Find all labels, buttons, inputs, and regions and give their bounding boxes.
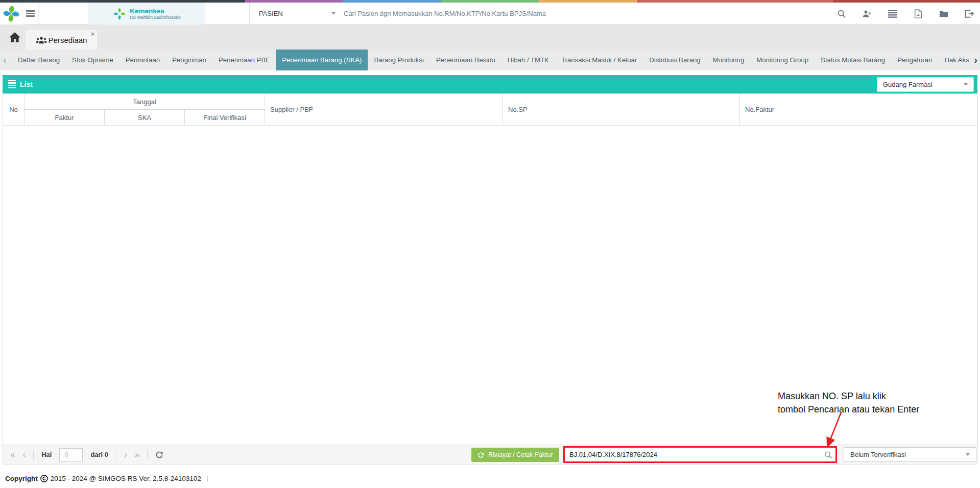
col-header-tanggal: Tanggal bbox=[25, 94, 265, 110]
kemenkes-brand: Kemenkes RS Wahidin Sudirohusodo bbox=[88, 3, 205, 25]
pager-divider bbox=[116, 450, 116, 460]
nav-tabs: Daftar BarangStok OpnamePermintaanPengir… bbox=[12, 50, 969, 70]
logout-icon[interactable] bbox=[964, 9, 974, 18]
nav-tab-stok-opname[interactable]: Stok Opname bbox=[66, 50, 119, 70]
verification-status-dropdown[interactable]: Belum Terverifikasi bbox=[844, 447, 976, 462]
chevron-down-icon bbox=[966, 453, 970, 456]
nav-scroll-right-icon[interactable]: › bbox=[974, 50, 977, 70]
warehouse-dropdown-label: Gudang Farmasi bbox=[883, 81, 933, 88]
nav-tab-barang-produksi[interactable]: Barang Produksi bbox=[368, 50, 430, 70]
simgos-app: Kemenkes RS Wahidin Sudirohusodo PASIEN bbox=[0, 0, 980, 488]
panel-title: List bbox=[20, 80, 33, 88]
refresh-icon[interactable] bbox=[155, 451, 163, 459]
panel-header: List Gudang Farmasi bbox=[3, 75, 977, 93]
sp-search-input[interactable] bbox=[565, 451, 821, 458]
prev-page-icon[interactable]: ‹ bbox=[22, 450, 26, 459]
instruction-line-1: Masukkan NO. SP lalu klik bbox=[778, 389, 919, 403]
verification-status-label: Belum Terverifikasi bbox=[850, 451, 906, 458]
module-navstrip: ‹ Daftar BarangStok OpnamePermintaanPeng… bbox=[0, 50, 980, 70]
sp-search-highlight-box bbox=[563, 446, 837, 463]
version-text: 2015 - 2024 @ SIMGOS RS Ver. 2.5.8-24103… bbox=[51, 475, 201, 482]
nav-tab-pengiriman[interactable]: Pengiriman bbox=[166, 50, 212, 70]
warehouse-dropdown[interactable]: Gudang Farmasi bbox=[877, 77, 974, 92]
col-header-no-sp: No.SP bbox=[503, 94, 740, 126]
module-dropdown-label: PASIEN bbox=[259, 10, 283, 17]
search-icon[interactable] bbox=[821, 451, 835, 459]
nav-tab-transaksi-masuk-keluar[interactable]: Transaksi Masuk / Keluar bbox=[555, 50, 643, 70]
tab-persediaan-label: Persediaan bbox=[49, 36, 87, 44]
col-header-no-faktur: No.Faktur bbox=[740, 94, 978, 126]
pager-divider bbox=[147, 450, 148, 460]
hamburger-icon bbox=[26, 9, 35, 18]
users-icon bbox=[36, 36, 47, 44]
nav-tab-penerimaan-residu[interactable]: Penerimaan Residu bbox=[430, 50, 501, 70]
page-label: Hal bbox=[41, 451, 52, 458]
tab-persediaan[interactable]: Persediaan × bbox=[26, 30, 97, 50]
add-patient-icon[interactable] bbox=[862, 9, 872, 18]
pager-divider bbox=[33, 450, 34, 460]
nav-scroll-left-icon[interactable]: ‹ bbox=[3, 50, 7, 70]
home-icon bbox=[9, 32, 21, 43]
nav-tab-hak-akses[interactable]: Hak Akses bbox=[938, 50, 969, 70]
chevron-down-icon bbox=[331, 12, 336, 15]
nav-tab-penerimaan-barang-ska[interactable]: Penerimaan Barang (SKA) bbox=[276, 50, 368, 70]
nav-tab-monitoring[interactable]: Monitoring bbox=[707, 50, 751, 70]
col-header-final-verifikasi: Final Verifikasi bbox=[185, 110, 265, 126]
module-dropdown[interactable]: PASIEN bbox=[259, 3, 336, 25]
refresh-icon bbox=[477, 452, 484, 458]
nav-tab-status-mutasi-barang[interactable]: Status Mutasi Barang bbox=[815, 50, 891, 70]
page-number-input[interactable] bbox=[59, 448, 83, 461]
pinwheel-logo-icon bbox=[3, 6, 19, 22]
kemenkes-logo-icon bbox=[113, 7, 126, 20]
nav-tab-daftar-barang[interactable]: Daftar Barang bbox=[12, 50, 66, 70]
search-icon[interactable] bbox=[836, 9, 846, 18]
pagination: « ‹ Hal dari 0 › » bbox=[10, 445, 163, 464]
pdf-file-icon[interactable] bbox=[913, 9, 923, 18]
nav-tab-hibah-tmtk[interactable]: Hibah / TMTK bbox=[501, 50, 555, 70]
list-menu-icon[interactable] bbox=[888, 9, 897, 18]
sidebar-toggle-button[interactable] bbox=[22, 3, 39, 25]
nav-tab-monitoring-group[interactable]: Monitoring Group bbox=[750, 50, 815, 70]
nav-tab-distribusi-barang[interactable]: Distribusi Barang bbox=[643, 50, 706, 70]
patient-search-input[interactable] bbox=[344, 10, 732, 17]
page-total-label: dari 0 bbox=[90, 451, 108, 458]
workspace-tabbar: Persediaan × bbox=[0, 25, 980, 50]
col-header-faktur: Faktur bbox=[25, 110, 105, 126]
col-header-supplier: Supplier / PBF bbox=[265, 94, 503, 126]
nav-tab-pengaturan[interactable]: Pengaturan bbox=[891, 50, 938, 70]
brand-subtitle: RS Wahidin Sudirohusodo bbox=[130, 15, 180, 20]
chevron-down-icon bbox=[964, 83, 968, 86]
nav-tab-permintaan[interactable]: Permintaan bbox=[119, 50, 166, 70]
nav-tab-penerimaan-pbf[interactable]: Penerimaan PBF bbox=[212, 50, 276, 70]
col-header-ska: SKA bbox=[105, 110, 185, 126]
bottom-toolbar: « ‹ Hal dari 0 › » Riwayat / Cetak Faktu… bbox=[3, 445, 977, 465]
close-icon[interactable]: × bbox=[91, 31, 94, 37]
instruction-line-2: tombol Pencarian atau tekan Enter bbox=[778, 403, 919, 416]
patient-search bbox=[344, 3, 732, 25]
app-header: Kemenkes RS Wahidin Sudirohusodo PASIEN bbox=[0, 3, 980, 25]
next-page-icon[interactable]: › bbox=[124, 450, 127, 459]
list-icon bbox=[8, 79, 16, 89]
brand-text: Kemenkes RS Wahidin Sudirohusodo bbox=[130, 8, 180, 20]
header-icons bbox=[836, 3, 974, 25]
instruction-annotation: Masukkan NO. SP lalu klik tombol Pencari… bbox=[778, 389, 919, 416]
first-page-icon[interactable]: « bbox=[10, 450, 15, 459]
history-print-label: Riwayat / Cetak Faktur bbox=[488, 451, 553, 458]
col-header-no: No bbox=[3, 94, 25, 126]
copyright-label: Copyright bbox=[5, 475, 38, 482]
last-page-icon[interactable]: » bbox=[135, 450, 139, 459]
header-divider bbox=[249, 3, 250, 25]
app-logo[interactable] bbox=[0, 3, 22, 25]
history-print-button[interactable]: Riwayat / Cetak Faktur bbox=[471, 448, 559, 462]
home-button[interactable] bbox=[9, 25, 21, 50]
footer-divider: | bbox=[207, 475, 209, 482]
brand-title: Kemenkes bbox=[130, 8, 180, 15]
copyright-icon bbox=[40, 475, 48, 482]
folder-icon[interactable] bbox=[939, 9, 948, 18]
footer: Copyright 2015 - 2024 @ SIMGOS RS Ver. 2… bbox=[5, 475, 208, 482]
